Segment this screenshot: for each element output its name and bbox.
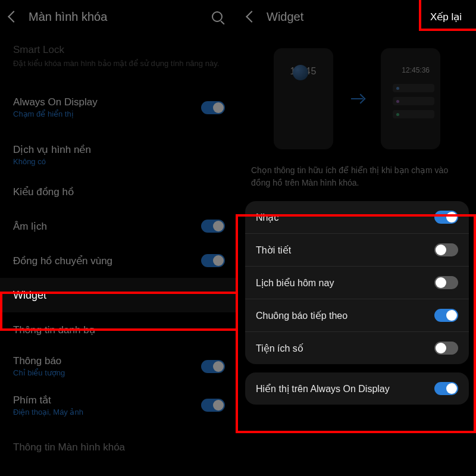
header-left: Màn hình khóa: [0, 0, 238, 33]
lunar-toggle[interactable]: [201, 220, 225, 233]
widget-row-weather[interactable]: Thời tiết: [245, 234, 469, 267]
lockscreen-info-label: Thông tin Màn hình khóa: [13, 441, 125, 453]
back-icon[interactable]: [8, 11, 20, 23]
widget-label: Widget: [13, 289, 225, 302]
widget-row-alarm[interactable]: Chuông báo tiếp theo: [245, 299, 469, 332]
notifications-sub: Chỉ biểu tượng: [13, 368, 201, 377]
roaming-toggle[interactable]: [201, 254, 225, 267]
row-lunar[interactable]: Âm lịch: [0, 209, 238, 243]
row-smart-lock: Smart Lock Đặt kiểu khóa màn hình bảo mậ…: [0, 33, 238, 80]
widget-weather-label: Thời tiết: [256, 245, 434, 256]
aod-toggle[interactable]: [201, 101, 225, 114]
widget-preview: 12:45 12:45:36: [238, 33, 476, 158]
search-icon: [212, 11, 223, 22]
widget-row-digital[interactable]: Tiện ích số: [245, 332, 469, 364]
widget-row-schedule[interactable]: Lịch biểu hôm nay: [245, 267, 469, 299]
row-roaming[interactable]: Đồng hồ chuyển vùng: [0, 243, 238, 278]
shortcuts-toggle[interactable]: [201, 399, 225, 412]
aod-sub: Chạm để hiển thị: [13, 109, 201, 118]
widget-aod-toggle[interactable]: [434, 382, 458, 395]
widget-schedule-label: Lịch biểu hôm nay: [256, 277, 434, 289]
phone-mock-before: 12:45: [274, 48, 333, 149]
preview-time-2: 12:45:36: [387, 66, 434, 74]
smart-lock-label: Smart Lock: [13, 44, 225, 56]
widget-toggle-list: Nhạc Thời tiết Lịch biểu hôm nay Chuông …: [245, 201, 469, 364]
notifications-toggle[interactable]: [201, 360, 225, 373]
globe-icon: [293, 65, 308, 80]
header-right: Widget Xếp lại: [238, 0, 476, 33]
phone-mock-after: 12:45:36: [381, 48, 440, 149]
wallpaper-sub: Không có: [13, 157, 225, 166]
roaming-label: Đồng hồ chuyển vùng: [13, 255, 201, 267]
row-lockscreen-info[interactable]: Thông tin Màn hình khóa: [0, 433, 238, 453]
aod-label: Always On Display: [13, 96, 201, 108]
search-button[interactable]: [212, 11, 223, 22]
contact-info-label: Thông tin danh bạ: [13, 324, 225, 336]
arrow-right-icon: [351, 98, 363, 99]
wallpaper-label: Dịch vụ hình nền: [13, 143, 225, 156]
row-contact-info[interactable]: Thông tin danh bạ: [0, 312, 238, 347]
widget-description: Chọn thông tin hữu ích để hiển thị khi b…: [238, 158, 476, 201]
row-clock-style[interactable]: Kiểu đồng hồ: [0, 174, 238, 209]
widget-weather-toggle[interactable]: [434, 243, 458, 256]
shortcuts-label: Phím tắt: [13, 394, 201, 406]
widget-alarm-label: Chuông báo tiếp theo: [256, 310, 434, 321]
row-wallpaper[interactable]: Dịch vụ hình nền Không có: [0, 135, 238, 174]
clock-style-label: Kiểu đồng hồ: [13, 186, 225, 198]
row-shortcuts[interactable]: Phím tắt Điện thoại, Máy ảnh: [0, 386, 238, 425]
shortcuts-sub: Điện thoại, Máy ảnh: [13, 408, 201, 416]
widget-digital-toggle[interactable]: [434, 342, 458, 355]
smart-lock-desc: Đặt kiểu khóa màn hình bảo mật để sử dụn…: [13, 58, 225, 69]
widget-aod-label: Hiển thị trên Always On Display: [256, 383, 434, 394]
row-widget[interactable]: Widget: [0, 278, 238, 312]
widget-digital-label: Tiện ích số: [256, 343, 434, 354]
widget-music-label: Nhạc: [256, 212, 434, 223]
widget-row-music[interactable]: Nhạc: [245, 201, 469, 234]
widget-schedule-toggle[interactable]: [434, 276, 458, 289]
notifications-label: Thông báo: [13, 355, 201, 367]
page-title: Màn hình khóa: [29, 10, 212, 24]
lunar-label: Âm lịch: [13, 220, 201, 233]
row-aod[interactable]: Always On Display Chạm để hiển thị: [0, 88, 238, 127]
widget-row-aod[interactable]: Hiển thị trên Always On Display: [245, 372, 469, 405]
row-notifications[interactable]: Thông báo Chỉ biểu tượng: [0, 347, 238, 386]
back-icon[interactable]: [246, 11, 258, 23]
widget-music-toggle[interactable]: [434, 211, 458, 224]
widget-alarm-toggle[interactable]: [434, 309, 458, 322]
widget-aod-list: Hiển thị trên Always On Display: [245, 372, 469, 405]
reorder-button[interactable]: Xếp lại: [425, 8, 466, 26]
page-title-right: Widget: [267, 10, 425, 24]
